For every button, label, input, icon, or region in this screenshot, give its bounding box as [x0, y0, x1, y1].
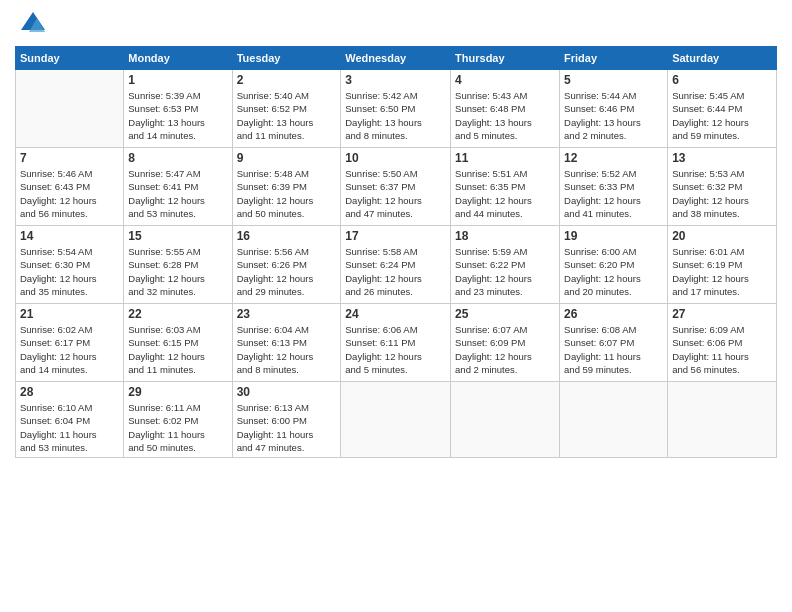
day-info: Sunrise: 6:00 AM Sunset: 6:20 PM Dayligh…: [564, 245, 663, 298]
calendar-cell: 14Sunrise: 5:54 AM Sunset: 6:30 PM Dayli…: [16, 226, 124, 304]
calendar-cell: 17Sunrise: 5:58 AM Sunset: 6:24 PM Dayli…: [341, 226, 451, 304]
calendar-cell: 7Sunrise: 5:46 AM Sunset: 6:43 PM Daylig…: [16, 148, 124, 226]
calendar-cell: 11Sunrise: 5:51 AM Sunset: 6:35 PM Dayli…: [451, 148, 560, 226]
day-number: 12: [564, 151, 663, 165]
day-number: 1: [128, 73, 227, 87]
day-info: Sunrise: 5:54 AM Sunset: 6:30 PM Dayligh…: [20, 245, 119, 298]
day-number: 8: [128, 151, 227, 165]
day-number: 21: [20, 307, 119, 321]
day-number: 11: [455, 151, 555, 165]
calendar-cell: [560, 382, 668, 458]
calendar-cell: 8Sunrise: 5:47 AM Sunset: 6:41 PM Daylig…: [124, 148, 232, 226]
day-info: Sunrise: 5:48 AM Sunset: 6:39 PM Dayligh…: [237, 167, 337, 220]
calendar-cell: [451, 382, 560, 458]
day-info: Sunrise: 6:13 AM Sunset: 6:00 PM Dayligh…: [237, 401, 337, 454]
day-number: 29: [128, 385, 227, 399]
calendar-cell: 3Sunrise: 5:42 AM Sunset: 6:50 PM Daylig…: [341, 70, 451, 148]
day-info: Sunrise: 6:09 AM Sunset: 6:06 PM Dayligh…: [672, 323, 772, 376]
weekday-header-tuesday: Tuesday: [232, 47, 341, 70]
day-info: Sunrise: 6:11 AM Sunset: 6:02 PM Dayligh…: [128, 401, 227, 454]
calendar-cell: 18Sunrise: 5:59 AM Sunset: 6:22 PM Dayli…: [451, 226, 560, 304]
day-number: 22: [128, 307, 227, 321]
calendar-cell: 12Sunrise: 5:52 AM Sunset: 6:33 PM Dayli…: [560, 148, 668, 226]
calendar-cell: 20Sunrise: 6:01 AM Sunset: 6:19 PM Dayli…: [668, 226, 777, 304]
header: [15, 10, 777, 38]
calendar-cell: 13Sunrise: 5:53 AM Sunset: 6:32 PM Dayli…: [668, 148, 777, 226]
day-number: 4: [455, 73, 555, 87]
day-number: 7: [20, 151, 119, 165]
day-info: Sunrise: 5:50 AM Sunset: 6:37 PM Dayligh…: [345, 167, 446, 220]
day-info: Sunrise: 5:52 AM Sunset: 6:33 PM Dayligh…: [564, 167, 663, 220]
weekday-header-wednesday: Wednesday: [341, 47, 451, 70]
weekday-header-monday: Monday: [124, 47, 232, 70]
calendar-cell: 19Sunrise: 6:00 AM Sunset: 6:20 PM Dayli…: [560, 226, 668, 304]
week-row-1: 1Sunrise: 5:39 AM Sunset: 6:53 PM Daylig…: [16, 70, 777, 148]
day-number: 9: [237, 151, 337, 165]
weekday-header-sunday: Sunday: [16, 47, 124, 70]
day-number: 30: [237, 385, 337, 399]
day-info: Sunrise: 5:42 AM Sunset: 6:50 PM Dayligh…: [345, 89, 446, 142]
calendar-cell: [16, 70, 124, 148]
day-number: 13: [672, 151, 772, 165]
calendar-cell: 1Sunrise: 5:39 AM Sunset: 6:53 PM Daylig…: [124, 70, 232, 148]
calendar-cell: 23Sunrise: 6:04 AM Sunset: 6:13 PM Dayli…: [232, 304, 341, 382]
calendar-cell: 10Sunrise: 5:50 AM Sunset: 6:37 PM Dayli…: [341, 148, 451, 226]
calendar-cell: 16Sunrise: 5:56 AM Sunset: 6:26 PM Dayli…: [232, 226, 341, 304]
day-info: Sunrise: 6:06 AM Sunset: 6:11 PM Dayligh…: [345, 323, 446, 376]
day-info: Sunrise: 5:58 AM Sunset: 6:24 PM Dayligh…: [345, 245, 446, 298]
week-row-4: 21Sunrise: 6:02 AM Sunset: 6:17 PM Dayli…: [16, 304, 777, 382]
calendar-cell: 21Sunrise: 6:02 AM Sunset: 6:17 PM Dayli…: [16, 304, 124, 382]
day-info: Sunrise: 6:02 AM Sunset: 6:17 PM Dayligh…: [20, 323, 119, 376]
day-number: 14: [20, 229, 119, 243]
day-number: 2: [237, 73, 337, 87]
weekday-header-friday: Friday: [560, 47, 668, 70]
day-number: 19: [564, 229, 663, 243]
day-number: 25: [455, 307, 555, 321]
calendar-cell: 30Sunrise: 6:13 AM Sunset: 6:00 PM Dayli…: [232, 382, 341, 458]
calendar-cell: [668, 382, 777, 458]
calendar-cell: 6Sunrise: 5:45 AM Sunset: 6:44 PM Daylig…: [668, 70, 777, 148]
day-number: 20: [672, 229, 772, 243]
day-number: 16: [237, 229, 337, 243]
day-number: 10: [345, 151, 446, 165]
day-info: Sunrise: 6:01 AM Sunset: 6:19 PM Dayligh…: [672, 245, 772, 298]
weekday-header-saturday: Saturday: [668, 47, 777, 70]
day-info: Sunrise: 6:10 AM Sunset: 6:04 PM Dayligh…: [20, 401, 119, 454]
day-info: Sunrise: 6:04 AM Sunset: 6:13 PM Dayligh…: [237, 323, 337, 376]
calendar-cell: 27Sunrise: 6:09 AM Sunset: 6:06 PM Dayli…: [668, 304, 777, 382]
day-number: 5: [564, 73, 663, 87]
weekday-header-thursday: Thursday: [451, 47, 560, 70]
day-info: Sunrise: 6:07 AM Sunset: 6:09 PM Dayligh…: [455, 323, 555, 376]
calendar-cell: 9Sunrise: 5:48 AM Sunset: 6:39 PM Daylig…: [232, 148, 341, 226]
calendar-cell: 4Sunrise: 5:43 AM Sunset: 6:48 PM Daylig…: [451, 70, 560, 148]
weekday-header-row: SundayMondayTuesdayWednesdayThursdayFrid…: [16, 47, 777, 70]
day-info: Sunrise: 5:44 AM Sunset: 6:46 PM Dayligh…: [564, 89, 663, 142]
day-info: Sunrise: 5:46 AM Sunset: 6:43 PM Dayligh…: [20, 167, 119, 220]
day-number: 6: [672, 73, 772, 87]
calendar-cell: 25Sunrise: 6:07 AM Sunset: 6:09 PM Dayli…: [451, 304, 560, 382]
week-row-2: 7Sunrise: 5:46 AM Sunset: 6:43 PM Daylig…: [16, 148, 777, 226]
day-info: Sunrise: 6:03 AM Sunset: 6:15 PM Dayligh…: [128, 323, 227, 376]
day-number: 17: [345, 229, 446, 243]
day-number: 24: [345, 307, 446, 321]
calendar-cell: [341, 382, 451, 458]
calendar-cell: 28Sunrise: 6:10 AM Sunset: 6:04 PM Dayli…: [16, 382, 124, 458]
day-info: Sunrise: 5:51 AM Sunset: 6:35 PM Dayligh…: [455, 167, 555, 220]
day-info: Sunrise: 5:39 AM Sunset: 6:53 PM Dayligh…: [128, 89, 227, 142]
calendar-cell: 15Sunrise: 5:55 AM Sunset: 6:28 PM Dayli…: [124, 226, 232, 304]
week-row-5: 28Sunrise: 6:10 AM Sunset: 6:04 PM Dayli…: [16, 382, 777, 458]
calendar-cell: 5Sunrise: 5:44 AM Sunset: 6:46 PM Daylig…: [560, 70, 668, 148]
day-info: Sunrise: 5:45 AM Sunset: 6:44 PM Dayligh…: [672, 89, 772, 142]
day-info: Sunrise: 5:55 AM Sunset: 6:28 PM Dayligh…: [128, 245, 227, 298]
calendar-cell: 29Sunrise: 6:11 AM Sunset: 6:02 PM Dayli…: [124, 382, 232, 458]
calendar-cell: 2Sunrise: 5:40 AM Sunset: 6:52 PM Daylig…: [232, 70, 341, 148]
calendar-cell: 22Sunrise: 6:03 AM Sunset: 6:15 PM Dayli…: [124, 304, 232, 382]
week-row-3: 14Sunrise: 5:54 AM Sunset: 6:30 PM Dayli…: [16, 226, 777, 304]
page-container: SundayMondayTuesdayWednesdayThursdayFrid…: [0, 0, 792, 468]
logo-icon: [19, 10, 47, 38]
day-info: Sunrise: 5:59 AM Sunset: 6:22 PM Dayligh…: [455, 245, 555, 298]
calendar-cell: 24Sunrise: 6:06 AM Sunset: 6:11 PM Dayli…: [341, 304, 451, 382]
day-info: Sunrise: 5:56 AM Sunset: 6:26 PM Dayligh…: [237, 245, 337, 298]
day-number: 26: [564, 307, 663, 321]
day-number: 23: [237, 307, 337, 321]
